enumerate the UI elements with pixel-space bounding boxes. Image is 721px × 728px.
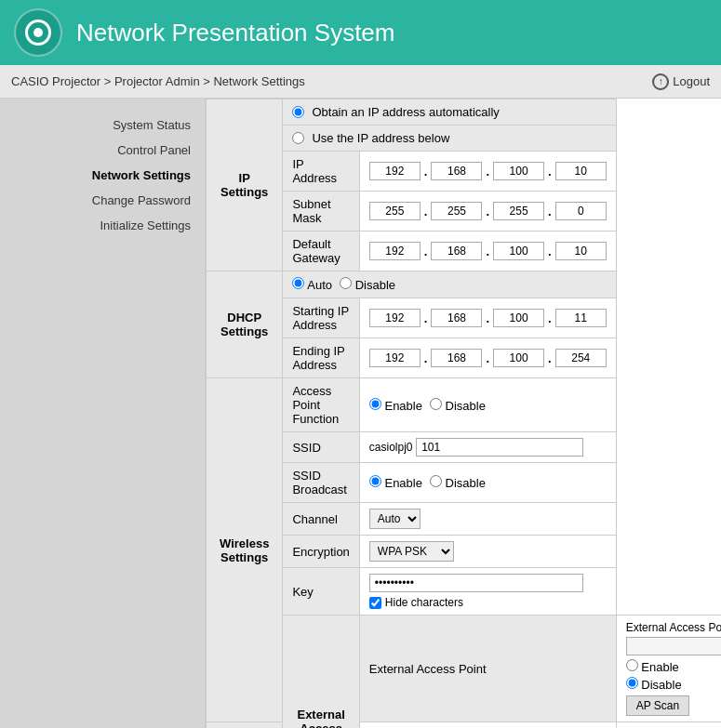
ap-enable-radio-label[interactable]: Enable xyxy=(369,398,422,413)
wireless-key-cell: Hide characters xyxy=(359,568,616,615)
ext-ap-enable-radio-label[interactable]: Enable xyxy=(626,659,679,674)
sidebar-item-change-password[interactable]: Change Password xyxy=(0,188,205,213)
sidebar: System Status Control Panel Network Sett… xyxy=(0,99,205,728)
subnet-octet-4[interactable] xyxy=(555,202,607,220)
end-ip-octet-3[interactable] xyxy=(493,349,544,367)
wireless-key-label: Key xyxy=(283,568,359,615)
end-ip-octet-2[interactable] xyxy=(431,349,482,367)
ssid-input[interactable] xyxy=(416,438,583,457)
ap-disable-radio-label[interactable]: Disable xyxy=(430,398,486,413)
channel-row: Channel Auto 1 6 11 xyxy=(207,503,722,536)
ext-ap-ssid-label: External Access Point SSID xyxy=(626,621,721,634)
ssid-broadcast-enable-radio[interactable] xyxy=(369,475,381,487)
ext-ap-enable-radio[interactable] xyxy=(626,659,638,671)
encryption-wireless-row: Encryption WPA PSK WPA2 PSK WEP None xyxy=(207,536,722,568)
ip-manual-radio-cell: Use the IP address below xyxy=(283,126,616,152)
start-ip-octet-3[interactable] xyxy=(493,309,544,327)
ending-ip-cell: . . . xyxy=(359,338,616,378)
logo-icon xyxy=(25,20,51,46)
ip-settings-auto-row: IP Settings Obtain an IP address automat… xyxy=(207,99,722,126)
subnet-mask-row: Subnet Mask . . . xyxy=(207,192,722,232)
ip-auto-radio-cell: Obtain an IP address automatically xyxy=(283,99,616,126)
sidebar-item-network-settings[interactable]: Network Settings xyxy=(0,163,205,188)
ip-octet-3[interactable] xyxy=(493,162,544,180)
ssid-broadcast-disable-radio[interactable] xyxy=(430,475,442,487)
ap-enable-radio[interactable] xyxy=(369,398,381,410)
ip-auto-radio[interactable] xyxy=(292,106,304,118)
breadcrumb: CASIO Projector > Projector Admin > Netw… xyxy=(11,74,305,88)
ext-ap-disable-radio-label[interactable]: Disable xyxy=(626,677,682,692)
sidebar-item-control-panel[interactable]: Control Panel xyxy=(0,138,205,163)
subnet-dot-1: . xyxy=(424,205,428,218)
ip-octet-1[interactable] xyxy=(369,162,421,180)
subnet-octet-2[interactable] xyxy=(431,202,482,220)
end-ip-octet-1[interactable] xyxy=(369,349,421,367)
wireless-encryption-select[interactable]: WPA PSK WPA2 PSK WEP None xyxy=(369,541,454,562)
ap-enable-label: Enable xyxy=(384,399,421,413)
ip-octet-4[interactable] xyxy=(555,162,607,180)
ip-settings-label: IP Settings xyxy=(207,99,283,271)
dhcp-mode-row: DHCP Settings Auto Disable xyxy=(207,271,722,298)
sidebar-item-initialize-settings[interactable]: Initialize Settings xyxy=(0,213,205,238)
wireless-key-group: Hide characters xyxy=(369,574,607,609)
ip-manual-radio[interactable] xyxy=(292,132,304,144)
gateway-octet-1[interactable] xyxy=(369,242,421,260)
logout-icon: ↑ xyxy=(652,73,669,90)
ssid-broadcast-disable-label[interactable]: Disable xyxy=(430,475,486,490)
ip-auto-label: Obtain an IP address automatically xyxy=(312,105,499,119)
wireless-hide-chars-row: Hide characters xyxy=(369,596,607,609)
gateway-dot-3: . xyxy=(548,245,552,258)
ssid-broadcast-enable-label[interactable]: Enable xyxy=(369,475,422,490)
wireless-hide-chars-checkbox[interactable] xyxy=(369,597,381,609)
ap-disable-label: Disable xyxy=(446,399,486,413)
start-ip-octet-2[interactable] xyxy=(431,309,482,327)
ending-ip-row: Ending IP Address . . . xyxy=(207,338,722,378)
dhcp-mode-group: Auto Disable xyxy=(292,277,606,292)
ext-ap-ssid-input[interactable] xyxy=(626,637,721,655)
ip-dot-2: . xyxy=(486,165,489,179)
ap-scan-button[interactable]: AP Scan xyxy=(626,695,689,716)
wireless-key-input[interactable] xyxy=(369,574,583,592)
gateway-octet-4[interactable] xyxy=(555,242,607,260)
dhcp-disable-radio[interactable] xyxy=(340,277,352,289)
starting-ip-cell: . . . xyxy=(359,298,616,338)
subnet-octet-1[interactable] xyxy=(369,202,421,220)
ext-ap-encryption-label: Encryption xyxy=(207,722,283,729)
start-ip-octet-1[interactable] xyxy=(369,309,421,327)
ssid-label: SSID xyxy=(283,432,359,463)
ip-dot-3: . xyxy=(548,165,552,179)
ssid-broadcast-cell: Enable Disable xyxy=(359,463,616,503)
dhcp-disable-radio-label[interactable]: Disable xyxy=(340,277,395,292)
gateway-octet-3[interactable] xyxy=(493,242,544,260)
key-wireless-row: Key Hide characters xyxy=(207,568,722,615)
dhcp-auto-radio-label[interactable]: Auto xyxy=(292,277,332,292)
ssid-broadcast-label: SSID Broadcast xyxy=(283,463,359,503)
logout-button[interactable]: ↑ Logout xyxy=(652,73,710,90)
wireless-hide-chars-label: Hide characters xyxy=(385,596,463,609)
channel-select[interactable]: Auto 1 6 11 xyxy=(369,509,421,529)
ext-ap-disable-radio[interactable] xyxy=(626,677,638,689)
ssid-broadcast-row: SSID Broadcast Enable Disable xyxy=(207,463,722,503)
subnet-mask-group: . . . xyxy=(369,202,607,220)
ip-manual-radio-label[interactable]: Use the IP address below xyxy=(292,131,606,145)
starting-ip-label: Starting IP Address xyxy=(283,298,359,338)
access-point-function-cell: Enable Disable xyxy=(359,378,616,432)
end-ip-octet-4[interactable] xyxy=(555,349,607,367)
gateway-dot-2: . xyxy=(486,245,489,258)
ip-auto-radio-label[interactable]: Obtain an IP address automatically xyxy=(292,105,606,119)
gateway-dot-1: . xyxy=(424,245,428,258)
subnet-octet-3[interactable] xyxy=(493,202,544,220)
ext-ap-encryption-cell: Disable WPA PSK WPA2 PSK xyxy=(359,722,616,729)
ap-disable-radio[interactable] xyxy=(430,398,442,410)
dhcp-auto-radio[interactable] xyxy=(292,277,304,289)
sidebar-item-system-status[interactable]: System Status xyxy=(0,113,205,138)
ext-ap-mode-group: Enable xyxy=(626,659,721,674)
content-area: IP Settings Obtain an IP address automat… xyxy=(205,99,721,728)
header: Network Presentation System xyxy=(0,0,721,65)
ip-octet-2[interactable] xyxy=(431,162,482,180)
ext-ap-label: External Access Point xyxy=(359,615,616,722)
ssid-row: SSID casiolpj0 xyxy=(207,432,722,463)
start-ip-octet-4[interactable] xyxy=(555,309,607,327)
gateway-octet-2[interactable] xyxy=(431,242,482,260)
ext-ap-cell: External Access Point SSID Enable Dis xyxy=(616,615,721,722)
